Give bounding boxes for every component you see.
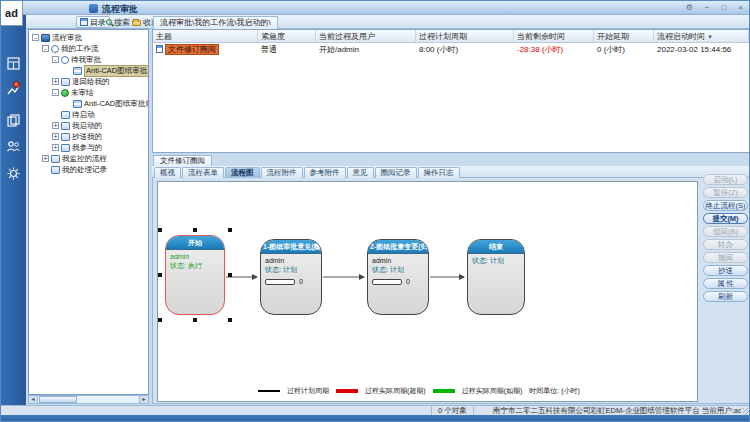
- titlebar: 流程审批 ⚙ − □ ×: [1, 1, 750, 15]
- node-drawing-review[interactable]: 1-图纸审批意见(圈 admin 状态: 计划 0: [260, 239, 322, 315]
- node-user: admin: [170, 252, 220, 261]
- process-table: 主题 紧急度 当前过程及用户 过程计划周期 当前剩余时间 开始延期 流程启动时间…: [152, 29, 750, 153]
- column-start-delay[interactable]: 开始延期: [594, 30, 654, 42]
- tree-label: 未审结: [71, 88, 94, 98]
- tab-overview[interactable]: 概视: [154, 167, 181, 178]
- pause-button: 暂停(Z): [703, 187, 748, 198]
- selection-handle: [158, 318, 162, 322]
- tree-label-selected: Anti-CAD图纸审批归档流程(1): [84, 65, 149, 77]
- users-icon[interactable]: [6, 139, 21, 154]
- expander[interactable]: +: [52, 78, 59, 85]
- expander[interactable]: +: [42, 155, 49, 162]
- tab-process-attachments[interactable]: 流程附件: [261, 167, 303, 178]
- refresh-button[interactable]: 刷新: [703, 291, 748, 302]
- tree-item-unfinished[interactable]: -未审结: [29, 87, 148, 98]
- scroll-left-icon[interactable]: ◄: [29, 396, 38, 403]
- tree-item-pending-my-approval[interactable]: -待我审批: [29, 54, 148, 65]
- tab-review-records[interactable]: 圈阅记录: [375, 167, 417, 178]
- breadcrumb-tab[interactable]: 流程审批\我的工作流\我启动的\: [153, 16, 278, 29]
- tree-label: 退回给我的: [72, 77, 110, 87]
- table-row[interactable]: 文件修订圈阅 普通 开始/admin 8:00 (小时) -28:38 (小时)…: [153, 43, 749, 55]
- tree-item-started-by-me[interactable]: +我启动的: [29, 120, 148, 131]
- row-subject[interactable]: 文件修订圈阅: [165, 44, 219, 55]
- node-title: 2-图纸批量变更(归档): [368, 240, 428, 254]
- column-start-time[interactable]: 流程启动时间▼: [654, 30, 749, 42]
- legend-ontime-line: [433, 389, 455, 393]
- expander[interactable]: +: [52, 122, 59, 129]
- workflow-canvas[interactable]: 开始 admin 状态: 执行 1-图纸审批意见(圈 admin 状态: 计划: [157, 181, 698, 402]
- app-logo: ad: [1, 1, 23, 26]
- tree-item-process-approval[interactable]: -流程审批: [29, 32, 148, 43]
- progress-value: 0: [406, 277, 410, 286]
- expander[interactable]: -: [32, 34, 39, 41]
- node-user: admin: [265, 256, 317, 265]
- tree-item-monitored-processes[interactable]: +我监控的流程: [29, 153, 148, 164]
- tab-process-form[interactable]: 流程表单: [182, 167, 224, 178]
- column-plan-period[interactable]: 过程计划周期: [416, 30, 514, 42]
- expander[interactable]: +: [52, 133, 59, 140]
- legend-unit-label: 时间单位: (小时): [529, 386, 580, 396]
- expander[interactable]: +: [52, 144, 59, 151]
- scroll-right-icon[interactable]: ►: [139, 396, 148, 403]
- action-button-column: 启动(L) 暂停(Z) 终止流程(S) 提交(M) 驳回(B) 转办 撤回 抄送…: [703, 174, 749, 304]
- column-current-process-user[interactable]: 当前过程及用户: [316, 30, 416, 42]
- tab-opinions[interactable]: 意见: [347, 167, 374, 178]
- node-title: 1-图纸审批意见(圈: [261, 240, 321, 254]
- cc-button[interactable]: 抄送: [703, 265, 748, 276]
- settings-icon[interactable]: ⚙: [686, 2, 693, 13]
- window-bottom-edge: [1, 415, 750, 422]
- tree-item-my-workflow[interactable]: -我的工作流: [29, 43, 148, 54]
- progress-bar: [372, 279, 402, 285]
- row-plan-period: 8:00 (小时): [416, 44, 514, 55]
- node-batch-change[interactable]: 2-图纸批量变更(归档) admin 状态: 计划 0: [367, 239, 429, 315]
- tree-item-participated[interactable]: +我参与的: [29, 142, 148, 153]
- legend-overdue-line: [336, 389, 358, 393]
- submit-button[interactable]: 提交(M): [703, 213, 748, 224]
- tree-label: 我参与的: [72, 143, 102, 153]
- tree-horizontal-scrollbar[interactable]: ◄ ►: [28, 395, 149, 404]
- column-subject[interactable]: 主题: [153, 30, 258, 42]
- withdraw-button: 撤回: [703, 252, 748, 263]
- node-end[interactable]: 结束 状态: 计划: [467, 239, 525, 315]
- gear-icon[interactable]: [6, 166, 21, 181]
- board-icon[interactable]: [6, 56, 21, 71]
- scroll-thumb[interactable]: [39, 396, 77, 403]
- tree-item-anticad-process-1[interactable]: Anti-CAD图纸审批归档流程(1): [29, 65, 148, 76]
- node-start[interactable]: 开始 admin 状态: 执行: [165, 235, 225, 315]
- minimize-icon[interactable]: −: [705, 2, 710, 13]
- column-start-time-label: 流程启动时间: [657, 32, 705, 41]
- tab-reference-attachments[interactable]: 参考附件: [304, 167, 346, 178]
- detail-title-tab[interactable]: 文件修订圈阅: [153, 155, 212, 166]
- expander[interactable]: -: [42, 45, 49, 52]
- legend-plan-label: 过程计划周期: [287, 386, 329, 396]
- resize-grip[interactable]: [743, 408, 750, 415]
- tree-item-returned-to-me[interactable]: +退回给我的: [29, 76, 148, 87]
- progress-value: 0: [299, 277, 303, 286]
- process-tree: -流程审批 -我的工作流 -待我审批 Anti-CAD图纸审批归档流程(1) +…: [28, 29, 149, 395]
- tree-item-anticad-process-2[interactable]: Anti-CAD图纸审批归档流程(1): [29, 98, 148, 109]
- selection-handle: [158, 228, 162, 232]
- tab-process-diagram[interactable]: 流程图: [225, 167, 260, 178]
- terminate-process-button[interactable]: 终止流程(S): [703, 200, 748, 211]
- green-status-icon: [61, 89, 69, 97]
- tree-item-cc-to-me[interactable]: +抄送我的: [29, 131, 148, 142]
- sort-icon: ▼: [707, 34, 713, 40]
- tree-label: 流程审批: [52, 33, 82, 43]
- column-remaining-time[interactable]: 当前剩余时间: [514, 30, 594, 42]
- properties-button[interactable]: 属 性: [703, 278, 748, 289]
- node-status: 状态: 执行: [170, 261, 220, 270]
- row-urgency: 普通: [258, 44, 316, 55]
- expander[interactable]: -: [52, 56, 59, 63]
- tree-item-my-records[interactable]: 我的处理记录: [29, 164, 148, 175]
- chart-badge: [13, 81, 20, 88]
- expander[interactable]: -: [52, 89, 59, 96]
- restore-icon[interactable]: □: [721, 2, 726, 13]
- horizontal-splitter[interactable]: [152, 153, 750, 156]
- row-document-icon: [156, 45, 163, 53]
- column-urgency[interactable]: 紧急度: [258, 30, 316, 42]
- folder-icon: [61, 111, 70, 119]
- copy-icon[interactable]: [6, 113, 21, 128]
- close-icon[interactable]: ×: [738, 2, 743, 13]
- tab-operation-log[interactable]: 操作日志: [418, 167, 460, 178]
- tree-item-to-start[interactable]: 待启动: [29, 109, 148, 120]
